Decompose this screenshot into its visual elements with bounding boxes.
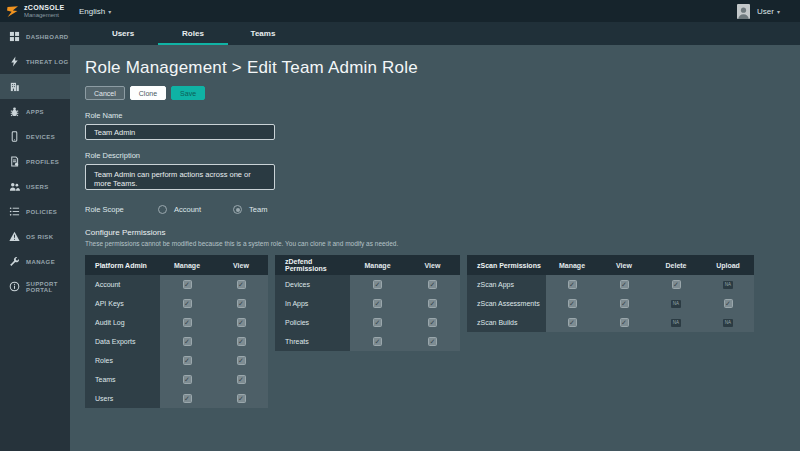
clone-button[interactable]: Clone xyxy=(130,86,166,100)
role-name-input[interactable] xyxy=(85,124,275,140)
tab-label: Users xyxy=(112,29,134,38)
checkbox-checked-disabled[interactable]: ✓ xyxy=(237,375,246,384)
tab-users[interactable]: Users xyxy=(88,22,158,45)
sidebar-item-label: APPS xyxy=(26,109,44,115)
role-scope-option-team[interactable]: Team xyxy=(233,205,267,214)
brand-subtitle: Management xyxy=(24,12,65,19)
row-cells: ✓✓NA✓ xyxy=(546,294,754,313)
column-header-manage: Manage xyxy=(350,262,405,269)
role-description-textarea[interactable]: Team Admin can perform actions across on… xyxy=(85,164,275,190)
checkbox-checked-disabled[interactable]: ✓ xyxy=(183,394,192,403)
sidebar-item-building[interactable] xyxy=(0,74,70,99)
checkbox-checked-disabled[interactable]: ✓ xyxy=(373,318,382,327)
sidebar-item-threat-log[interactable]: THREAT LOG xyxy=(0,49,70,74)
user-avatar[interactable] xyxy=(737,4,750,19)
row-cells: ✓✓ xyxy=(350,332,460,351)
checkbox-checked-disabled[interactable]: ✓ xyxy=(183,318,192,327)
checkbox-checked-disabled[interactable]: ✓ xyxy=(568,299,577,308)
sidebar-item-dashboard[interactable]: DASHBOARD xyxy=(0,24,70,49)
radio-unselected-icon[interactable] xyxy=(158,205,167,214)
tab-roles[interactable]: Roles xyxy=(158,22,228,45)
column-header-manage: Manage xyxy=(160,262,214,269)
checkbox-checked-disabled[interactable]: ✓ xyxy=(428,280,437,289)
sidebar-item-devices[interactable]: DEVICES xyxy=(0,124,70,149)
sidebar-item-users[interactable]: USERS xyxy=(0,174,70,199)
checkbox-checked-disabled[interactable]: ✓ xyxy=(237,356,246,365)
table-title: Platform Admin xyxy=(85,262,160,269)
checkbox-checked-disabled[interactable]: ✓ xyxy=(183,337,192,346)
threat-log-icon xyxy=(9,56,20,67)
table-row: Account ✓✓ xyxy=(85,275,268,294)
checkbox-checked-disabled[interactable]: ✓ xyxy=(237,280,246,289)
checkbox-checked-disabled[interactable]: ✓ xyxy=(428,318,437,327)
zdefend-permissions-table: zDefend Permissions Manage View Devices … xyxy=(275,255,460,351)
na-indicator: NA xyxy=(723,319,733,327)
configure-permissions-note: These permissions cannot be modified bec… xyxy=(85,240,800,247)
chevron-down-icon: ▾ xyxy=(777,8,780,15)
checkbox-checked-disabled[interactable]: ✓ xyxy=(183,280,192,289)
checkbox-checked-disabled[interactable]: ✓ xyxy=(373,280,382,289)
radio-selected-icon[interactable] xyxy=(233,205,242,214)
radio-label: Account xyxy=(174,205,201,214)
table-row: Teams ✓✓ xyxy=(85,370,268,389)
sidebar-item-profiles[interactable]: PROFILES xyxy=(0,149,70,174)
row-label: Policies xyxy=(275,313,350,332)
checkbox-checked-disabled[interactable]: ✓ xyxy=(620,280,629,289)
sidebar-item-label: THREAT LOG xyxy=(26,59,69,65)
user-menu[interactable]: User ▾ xyxy=(757,7,780,16)
checkbox-checked-disabled[interactable]: ✓ xyxy=(237,299,246,308)
checkbox-checked-disabled[interactable]: ✓ xyxy=(183,375,192,384)
checkbox-checked-disabled[interactable]: ✓ xyxy=(672,280,681,289)
devices-icon xyxy=(9,131,20,142)
column-header-view: View xyxy=(214,262,268,269)
table-title: zDefend Permissions xyxy=(275,258,350,272)
building-icon xyxy=(9,81,20,92)
checkbox-checked-disabled[interactable]: ✓ xyxy=(237,337,246,346)
sidebar-item-policies[interactable]: POLICIES xyxy=(0,199,70,224)
table-row: Devices ✓✓ xyxy=(275,275,460,294)
sidebar-item-label: DASHBOARD xyxy=(26,34,69,40)
checkbox-checked-disabled[interactable]: ✓ xyxy=(620,299,629,308)
sidebar-item-apps[interactable]: APPS xyxy=(0,99,70,124)
tab-bar: Users Roles Teams xyxy=(70,22,800,45)
checkbox-checked-disabled[interactable]: ✓ xyxy=(183,356,192,365)
row-cells: ✓✓ xyxy=(160,351,268,370)
top-bar: zCONSOLE Management English ▾ User ▾ xyxy=(0,0,800,22)
sidebar-item-label: SUPPORT PORTAL xyxy=(26,281,70,293)
row-label: In Apps xyxy=(275,294,350,313)
table-row: Data Exports ✓✓ xyxy=(85,332,268,351)
na-indicator: NA xyxy=(671,300,681,308)
checkbox-checked-disabled[interactable]: ✓ xyxy=(428,299,437,308)
profiles-icon xyxy=(9,156,20,167)
tab-teams[interactable]: Teams xyxy=(228,22,298,45)
checkbox-checked-disabled[interactable]: ✓ xyxy=(373,299,382,308)
checkbox-checked-disabled[interactable]: ✓ xyxy=(568,280,577,289)
role-scope-option-account[interactable]: Account xyxy=(158,205,201,214)
sidebar-item-support-portal[interactable]: SUPPORT PORTAL xyxy=(0,274,70,299)
cancel-button[interactable]: Cancel xyxy=(85,86,125,100)
checkbox-checked-disabled[interactable]: ✓ xyxy=(620,318,629,327)
checkbox-checked-disabled[interactable]: ✓ xyxy=(183,299,192,308)
row-cells: ✓✓ xyxy=(350,313,460,332)
checkbox-checked-disabled[interactable]: ✓ xyxy=(237,318,246,327)
zscan-permissions-table: zScan Permissions Manage View Delete Upl… xyxy=(467,255,754,332)
tab-label: Teams xyxy=(251,29,276,38)
role-scope-label: Role Scope xyxy=(85,205,158,214)
row-cells: ✓✓✓NA xyxy=(546,275,754,294)
save-button[interactable]: Save xyxy=(171,86,205,100)
checkbox-checked-disabled[interactable]: ✓ xyxy=(428,337,437,346)
user-menu-label: User xyxy=(757,7,774,16)
row-label: zScan Builds xyxy=(467,313,546,332)
checkbox-checked-disabled[interactable]: ✓ xyxy=(724,299,733,308)
checkbox-checked-disabled[interactable]: ✓ xyxy=(373,337,382,346)
table-row: zScan Builds ✓✓NANA xyxy=(467,313,754,332)
language-selector[interactable]: English ▾ xyxy=(79,7,111,16)
table-row: zScan Apps ✓✓✓NA xyxy=(467,275,754,294)
sidebar-item-os-risk[interactable]: OS RISK xyxy=(0,224,70,249)
sidebar-item-label: USERS xyxy=(26,184,49,190)
row-label: Roles xyxy=(85,351,160,370)
checkbox-checked-disabled[interactable]: ✓ xyxy=(568,318,577,327)
sidebar-item-manage[interactable]: MANAGE xyxy=(0,249,70,274)
checkbox-checked-disabled[interactable]: ✓ xyxy=(237,394,246,403)
row-label: Teams xyxy=(85,370,160,389)
